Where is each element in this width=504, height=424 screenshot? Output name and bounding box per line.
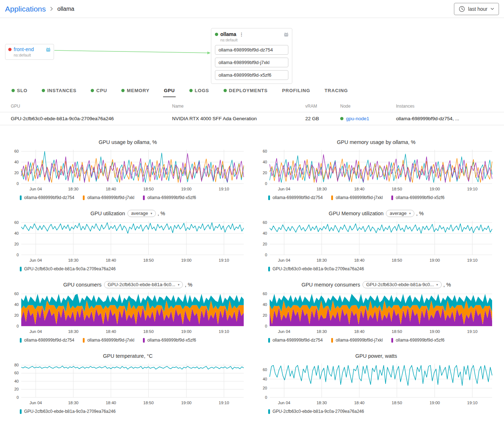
status-dot	[12, 89, 15, 92]
instance-pill[interactable]: ollama-698999bf9d-j7xkl	[215, 58, 288, 67]
legend-swatch	[391, 195, 393, 200]
chart-title: GPU memory consumersGPU-2cfb63c0-ebde-b8…	[257, 280, 495, 289]
chart-canvas[interactable]: Jun 0418:3018:4018:5019:0019:10020406080	[9, 361, 247, 407]
chart-legend: GPU-2cfb63c0-ebde-b81a-9c0a-2709ea76a246	[257, 409, 495, 414]
svg-text:0: 0	[17, 395, 19, 400]
service-node-ollama[interactable]: ollama ⋮ ns:default ollama-698999bf9d-dz…	[211, 28, 292, 84]
legend-item[interactable]: ollama-698999bf9d-dz754	[268, 195, 323, 200]
svg-text:18:40: 18:40	[106, 187, 116, 191]
chart-legend: ollama-698999bf9d-dz754ollama-698999bf9d…	[9, 338, 247, 343]
chart-canvas[interactable]: Jun 0418:3018:4018:5019:0019:100204060	[9, 289, 247, 335]
legend-item[interactable]: GPU-2cfb63c0-ebde-b81a-9c0a-2709ea76a246	[268, 266, 364, 271]
chart-gpu-utilization: GPU utilizationaverage▾, % Jun 0418:3018…	[9, 209, 247, 271]
front-end-link[interactable]: front-end	[14, 46, 34, 52]
tab-tracing[interactable]: TRACING	[324, 86, 349, 97]
legend-item[interactable]: ollama-698999bf9d-dz754	[20, 195, 74, 200]
instance-pill[interactable]: ollama-698999bf9d-dz754	[215, 45, 288, 55]
legend-item[interactable]: ollama-698999bf9d-j7xkl	[83, 195, 134, 200]
svg-text:18:50: 18:50	[143, 258, 154, 262]
tab-memory[interactable]: MEMORY	[121, 86, 150, 97]
status-dot-red	[8, 48, 12, 51]
chart-canvas[interactable]: Jun 0418:3018:4018:5019:0019:100204060	[9, 147, 247, 193]
gpu-select[interactable]: GPU-2cfb63c0-ebde-b81a-9c0...▾	[104, 281, 183, 288]
aggregation-select[interactable]: average▾	[127, 210, 156, 217]
svg-text:19:10: 19:10	[219, 329, 229, 334]
legend-item[interactable]: ollama-698999bf9d-j7xkl	[331, 195, 383, 200]
svg-text:18:30: 18:30	[68, 258, 78, 262]
svg-text:18:30: 18:30	[316, 401, 327, 405]
legend-item[interactable]: ollama-698999bf9d-dz754	[268, 338, 323, 343]
tab-profiling[interactable]: PROFILING	[282, 86, 311, 97]
chart-legend: GPU-2cfb63c0-ebde-b81a-9c0a-2709ea76a246	[9, 266, 247, 271]
chart-canvas[interactable]: Jun 0418:3018:4018:5019:0019:100204060	[257, 361, 495, 407]
svg-text:Jun 04: Jun 04	[30, 258, 42, 262]
tab-deployments[interactable]: DEPLOYMENTS	[223, 86, 269, 97]
table-row: GPU-2cfb63c0-ebde-b81a-9c0a-2709ea76a246…	[0, 112, 504, 125]
breadcrumb-applications-link[interactable]: Applications	[5, 5, 46, 13]
gpu-node-link[interactable]: gpu-node1	[346, 116, 369, 121]
svg-text:0: 0	[265, 324, 267, 328]
svg-text:0: 0	[17, 181, 19, 186]
chart-legend: GPU-2cfb63c0-ebde-b81a-9c0a-2709ea76a246	[257, 266, 495, 271]
svg-text:20: 20	[14, 242, 19, 246]
svg-text:Jun 04: Jun 04	[30, 187, 42, 191]
status-dot	[91, 89, 94, 92]
service-map: front-end ns:default ollama ⋮ ns:default…	[0, 18, 504, 83]
legend-item[interactable]: ollama-698999bf9d-j7xkl	[331, 338, 383, 343]
legend-item[interactable]: ollama-698999bf9d-x5zf6	[143, 338, 196, 343]
svg-text:Jun 04: Jun 04	[278, 258, 291, 262]
svg-text:Jun 04: Jun 04	[278, 401, 291, 405]
legend-swatch	[20, 409, 22, 414]
svg-text:20: 20	[263, 386, 267, 390]
svg-text:18:50: 18:50	[143, 401, 154, 405]
tab-instances[interactable]: INSTANCES	[41, 86, 77, 97]
instance-pill[interactable]: ollama-698999bf9d-x5zf6	[215, 70, 288, 80]
legend-item[interactable]: ollama-698999bf9d-dz754	[20, 338, 74, 343]
gpu-select[interactable]: GPU-2cfb63c0-ebde-b81a-9c0...▾	[363, 281, 441, 288]
svg-text:18:30: 18:30	[316, 329, 327, 334]
chart-canvas[interactable]: Jun 0418:3018:4018:5019:0019:100204060	[9, 218, 247, 264]
svg-text:18:40: 18:40	[106, 401, 116, 405]
tab-gpu[interactable]: GPU	[163, 86, 176, 97]
chevron-down-icon: ▾	[436, 283, 438, 287]
legend-item[interactable]: ollama-698999bf9d-j7xkl	[83, 338, 134, 343]
svg-text:19:10: 19:10	[467, 401, 478, 405]
tab-slo[interactable]: SLO	[11, 86, 28, 97]
chart-legend: ollama-698999bf9d-dz754ollama-698999bf9d…	[257, 338, 495, 343]
svg-text:19:00: 19:00	[429, 329, 440, 334]
chart-canvas[interactable]: Jun 0418:3018:4018:5019:0019:100204060	[257, 147, 495, 193]
status-dot	[189, 89, 193, 92]
kebab-menu-icon[interactable]: ⋮	[238, 32, 244, 37]
legend-item[interactable]: ollama-698999bf9d-x5zf6	[391, 195, 444, 200]
legend-item[interactable]: GPU-2cfb63c0-ebde-b81a-9c0a-2709ea76a246	[268, 409, 364, 414]
tab-logs[interactable]: LOGS	[189, 86, 210, 97]
legend-item[interactable]: GPU-2cfb63c0-ebde-b81a-9c0a-2709ea76a246	[20, 409, 116, 414]
svg-text:40: 40	[14, 160, 19, 164]
time-range-picker[interactable]: last hour	[454, 3, 499, 15]
legend-swatch	[331, 195, 333, 200]
svg-text:20: 20	[263, 171, 267, 175]
gpu-table: GPU Name vRAM Node Instances GPU-2cfb63c…	[0, 102, 504, 125]
status-dot	[224, 89, 227, 92]
svg-text:60: 60	[263, 367, 267, 372]
svg-text:20: 20	[263, 242, 267, 246]
svg-text:18:40: 18:40	[106, 258, 116, 262]
chart-gpu-usage: GPU usage by ollama▾, % Jun 0418:3018:40…	[9, 137, 247, 200]
legend-item[interactable]: ollama-698999bf9d-x5zf6	[143, 195, 196, 200]
svg-text:19:00: 19:00	[181, 401, 192, 405]
legend-item[interactable]: ollama-698999bf9d-x5zf6	[391, 338, 444, 343]
status-dot	[42, 89, 45, 92]
legend-swatch	[268, 409, 270, 414]
chart-canvas[interactable]: Jun 0418:3018:4018:5019:0019:100204060	[257, 218, 495, 264]
svg-text:40: 40	[263, 160, 267, 164]
namespace-label: ns:default	[14, 53, 51, 57]
tab-bar: SLO INSTANCES CPU MEMORY GPU LOGS DEPLOY…	[0, 83, 504, 97]
svg-text:40: 40	[263, 231, 267, 235]
legend-item[interactable]: GPU-2cfb63c0-ebde-b81a-9c0a-2709ea76a246	[20, 266, 116, 271]
tab-cpu[interactable]: CPU	[90, 86, 108, 97]
legend-swatch	[143, 338, 145, 343]
chart-legend: ollama-698999bf9d-dz754ollama-698999bf9d…	[257, 195, 495, 200]
aggregation-select[interactable]: average▾	[386, 210, 414, 217]
chart-canvas[interactable]: Jun 0418:3018:4018:5019:0019:100204060	[257, 289, 495, 335]
service-node-front-end[interactable]: front-end ns:default	[5, 44, 54, 60]
